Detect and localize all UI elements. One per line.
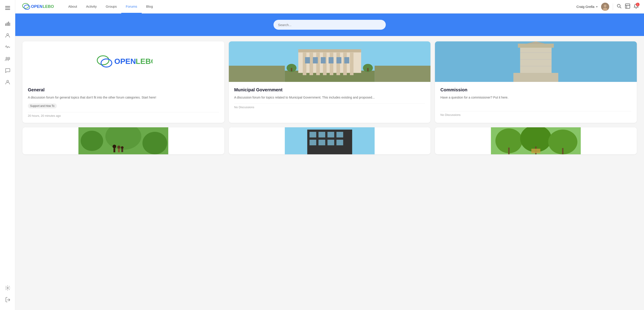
sidebar-item-members[interactable] (3, 77, 12, 87)
hero-banner (15, 14, 644, 36)
forum-card-general[interactable]: OPEN LEBO General A discussion forum for… (22, 41, 224, 123)
card-municipal-title: Municipal Government (234, 87, 425, 92)
sidebar-item-messages[interactable] (3, 65, 12, 75)
svg-rect-73 (310, 140, 316, 145)
svg-rect-74 (318, 140, 325, 145)
svg-rect-30 (303, 53, 306, 75)
svg-rect-31 (310, 53, 313, 75)
forum-content: OPEN LEBO General A discussion forum for… (15, 36, 644, 310)
menu-button[interactable] (3, 4, 12, 13)
forum-grid: OPEN LEBO General A discussion forum for… (22, 41, 637, 123)
avatar[interactable] (601, 3, 609, 11)
card-general-desc: A discussion forum for general topics th… (28, 95, 219, 100)
forum-card-park-trees[interactable] (435, 127, 637, 154)
svg-rect-0 (5, 6, 10, 7)
svg-rect-36 (343, 53, 347, 75)
svg-rect-66 (121, 149, 123, 152)
svg-rect-34 (330, 53, 333, 75)
nav-right: Craig Grella ▾ (576, 3, 638, 11)
logo[interactable]: OPEN LEBO (21, 2, 56, 12)
svg-rect-71 (328, 132, 334, 137)
sidebar-item-groups[interactable] (3, 54, 12, 64)
svg-rect-44 (344, 57, 349, 63)
svg-rect-22 (625, 4, 630, 8)
nav-about[interactable]: About (64, 0, 82, 14)
svg-rect-72 (336, 132, 343, 137)
svg-rect-64 (118, 149, 120, 152)
notification-badge: 1 (636, 3, 640, 6)
main-content: OPEN LEBO About Activity Groups Forums B… (15, 0, 644, 310)
search-icon[interactable] (616, 4, 622, 10)
svg-rect-3 (6, 23, 6, 26)
user-name: Craig Grella (576, 5, 594, 9)
svg-text:OPEN: OPEN (114, 57, 136, 65)
forum-card-municipal[interactable]: Municipal Government A discussion forum … (229, 41, 431, 123)
card-general-body: General A discussion forum for general t… (22, 82, 224, 123)
svg-rect-81 (508, 147, 510, 154)
svg-rect-40 (313, 57, 318, 63)
sidebar (0, 0, 15, 310)
forum-card-commission[interactable]: Commission Have a question for a commiss… (435, 41, 637, 123)
card-commission-body: Commission Have a question for a commiss… (435, 82, 637, 122)
svg-point-11 (7, 287, 8, 289)
sidebar-item-analytics[interactable] (3, 19, 12, 29)
svg-rect-70 (318, 132, 325, 137)
svg-rect-55 (518, 44, 554, 48)
svg-point-7 (7, 34, 8, 35)
forum-card-park-family[interactable] (22, 127, 224, 154)
card-municipal-body: Municipal Government A discussion forum … (229, 82, 431, 114)
nav-groups[interactable]: Groups (101, 0, 121, 14)
user-menu[interactable]: Craig Grella ▾ (576, 5, 598, 9)
svg-rect-83 (562, 148, 564, 154)
svg-rect-2 (5, 9, 10, 10)
svg-rect-42 (328, 57, 334, 63)
svg-rect-35 (336, 53, 340, 75)
svg-rect-54 (514, 73, 558, 82)
card-modern-building-image (229, 127, 431, 154)
nav-blog[interactable]: Blog (142, 0, 158, 14)
sidebar-item-activity[interactable] (3, 42, 12, 52)
svg-rect-75 (328, 140, 334, 145)
svg-rect-32 (316, 53, 320, 75)
sidebar-item-profile[interactable] (3, 30, 12, 40)
svg-point-10 (7, 80, 8, 82)
svg-rect-48 (367, 68, 368, 71)
sidebar-bottom (3, 283, 12, 304)
nav-activity[interactable]: Activity (82, 0, 101, 14)
inbox-icon[interactable] (625, 4, 630, 10)
dropdown-arrow-icon: ▾ (596, 5, 598, 8)
svg-point-63 (117, 145, 120, 149)
card-commission-title: Commission (440, 87, 632, 92)
nav-forums[interactable]: Forums (121, 0, 142, 14)
forum-card-modern-building[interactable] (229, 127, 431, 154)
svg-point-60 (142, 132, 167, 154)
svg-point-8 (6, 57, 8, 59)
card-municipal-nodiscussions: No Discussions (234, 105, 254, 109)
card-general-tag[interactable]: Support and How To (28, 103, 57, 108)
svg-rect-6 (10, 23, 10, 26)
svg-rect-69 (310, 132, 316, 137)
svg-rect-39 (305, 57, 310, 63)
svg-rect-46 (291, 68, 292, 71)
svg-point-18 (604, 5, 606, 7)
nav-divider (613, 3, 613, 10)
card-commission-desc: Have a question for a commissioner? Put … (440, 95, 632, 100)
card-municipal-image (229, 41, 431, 82)
svg-rect-5 (8, 22, 9, 26)
svg-point-24 (101, 59, 112, 67)
card-park-family-image (22, 127, 224, 154)
card-logo-area: OPEN LEBO (22, 41, 224, 82)
card-general-footer: 20 hours, 20 minutes ago (28, 112, 219, 117)
top-navigation: OPEN LEBO About Activity Groups Forums B… (15, 0, 644, 14)
hero-search-input[interactable] (274, 20, 386, 30)
sidebar-item-settings[interactable] (3, 283, 12, 293)
notifications-icon[interactable]: 1 (634, 4, 638, 10)
svg-rect-1 (5, 8, 10, 8)
sidebar-item-logout[interactable] (3, 295, 12, 304)
svg-point-9 (8, 57, 10, 59)
svg-rect-38 (298, 49, 361, 52)
card-municipal-footer: No Discussions (234, 103, 425, 109)
svg-rect-41 (321, 57, 326, 63)
svg-line-21 (620, 7, 621, 8)
card-commission-image (435, 41, 637, 82)
